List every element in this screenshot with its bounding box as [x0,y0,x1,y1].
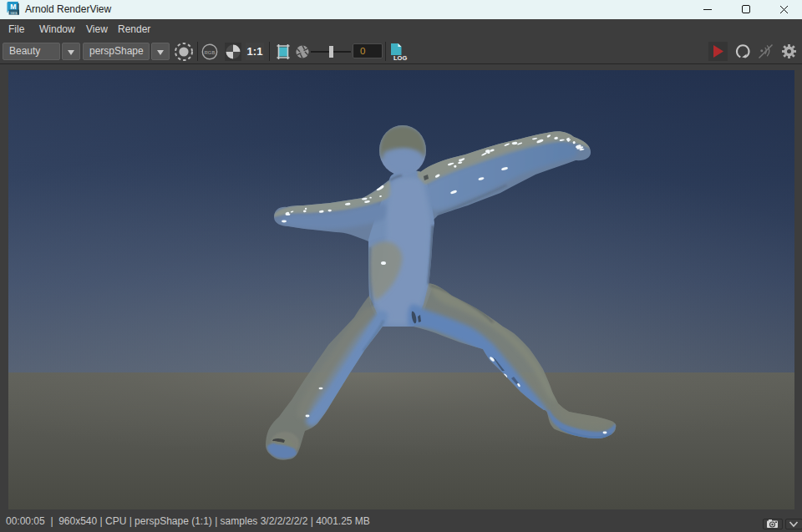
svg-text:RGB: RGB [204,50,215,55]
svg-text:MAYA: MAYA [11,12,18,15]
svg-text:LOG: LOG [393,54,407,62]
svg-text:M: M [10,3,16,11]
